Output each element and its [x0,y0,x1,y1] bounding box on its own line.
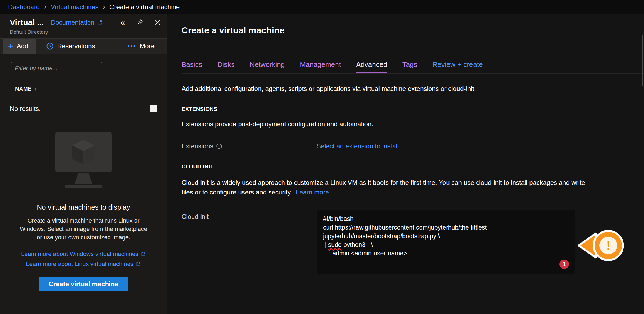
code-line-2: curl https://raw.githubusercontent.com/j… [323,223,569,232]
code-line-4-suffix: python3 - \ [342,241,373,248]
sort-icon: ↑↓ [34,86,37,92]
code-line-1: #!/bin/bash [323,214,569,223]
breadcrumb-separator: › [44,3,46,11]
create-virtual-machine-button[interactable]: Create virtual machine [39,277,128,291]
monitor-stand [75,173,92,184]
close-icon [155,19,161,26]
pin-button[interactable] [136,19,143,26]
panel-title: Virtual ... [10,18,44,27]
more-label: More [140,42,155,50]
row-checkbox[interactable] [150,105,157,112]
tab-disks[interactable]: Disks [217,60,235,73]
empty-state-description: Create a virtual machine that runs Linux… [19,216,147,241]
name-header-label: NAME [15,86,32,92]
tab-advanced[interactable]: Advanced [356,60,387,73]
code-line-4: | sudo python3 - \ [323,240,569,249]
learn-linux-link[interactable]: Learn more about Linux virtual machines [26,261,141,268]
name-column-header[interactable]: NAME ↑↓ [15,86,37,92]
tab-networking[interactable]: Networking [250,60,285,73]
cloud-init-field-row: Cloud init #!/bin/bash curl https://raw.… [182,210,644,274]
code-line-4-prefix: | [323,241,328,248]
breadcrumb-dashboard[interactable]: Dashboard [8,3,40,11]
learn-more-link[interactable]: Learn more [296,189,329,196]
tab-review-create[interactable]: Review + create [432,60,483,73]
extensions-field-label: Extensions [182,142,213,150]
empty-state: No virtual machines to display Create a … [0,117,167,291]
tab-bar: Basics Disks Networking Management Advan… [182,60,644,74]
cloud-init-section-title: CLOUD INIT [182,163,644,170]
scrollbar-thumb[interactable] [642,35,643,86]
breadcrumb-current: Create a virtual machine [109,3,180,11]
cloud-init-description: Cloud init is a widely used approach to … [182,178,587,197]
external-link-icon [136,262,141,267]
add-button[interactable]: + Add [3,39,36,54]
panel-toolbar: + Add Reservations ••• More [0,38,167,54]
breadcrumb-separator: › [103,3,105,11]
annotation-badge: 1 [559,260,569,269]
close-panel-button[interactable] [155,19,161,26]
more-button[interactable]: ••• More [128,42,155,50]
external-link-icon [141,252,146,257]
collapse-panel-button[interactable]: « [120,18,125,27]
vm-empty-illustration [55,132,112,188]
learn-linux-label: Learn more about Linux virtual machines [26,261,133,268]
pin-icon [136,19,143,26]
page-header: Create a virtual machine [167,14,644,47]
sudo-misspelled-word: sudo [328,241,342,248]
collapse-icon: « [120,18,125,27]
table-row: No results. [0,101,167,117]
code-line-5: --admin <admin-user-name> [323,249,569,258]
monitor-base [65,185,102,188]
reservations-button[interactable]: Reservations [46,42,95,50]
directory-label: Default Directory [10,29,161,35]
add-button-label: Add [17,42,28,50]
breadcrumb-virtual-machines[interactable]: Virtual machines [51,3,99,11]
page-title: Create a virtual machine [182,25,285,36]
tab-tags[interactable]: Tags [403,60,417,73]
no-results-label: No results. [10,105,41,112]
reservations-label: Reservations [57,42,95,50]
more-icon: ••• [128,43,136,50]
create-vm-pane: Create a virtual machine Basics Disks Ne… [167,14,644,314]
extensions-field-row: Extensions Select an extension to instal… [182,142,644,150]
plus-icon: + [8,41,14,50]
learn-windows-label: Learn more about Windows virtual machine… [21,251,138,258]
code-line-3: jupyterhub/master/bootstrap/bootstrap.py… [323,232,569,240]
monitor-icon [55,132,112,172]
virtual-machines-panel: Virtual ... Documentation « [0,14,167,314]
extensions-section-title: EXTENSIONS [182,106,644,112]
extensions-description: Extensions provide post-deployment confi… [182,120,644,128]
cloud-init-textarea[interactable]: #!/bin/bash curl https://raw.githubuserc… [317,210,575,274]
panel-header: Virtual ... Documentation « [0,14,167,35]
cloud-init-description-text: Cloud init is a widely used approach to … [182,179,585,196]
cloud-init-field-label: Cloud init [182,213,209,220]
select-extension-link[interactable]: Select an extension to install [317,142,399,150]
tab-management[interactable]: Management [300,60,341,73]
documentation-link-label: Documentation [51,19,94,26]
learn-windows-link[interactable]: Learn more about Windows virtual machine… [21,251,146,258]
empty-state-heading: No virtual machines to display [37,203,130,211]
clock-icon [46,42,54,50]
tab-basics[interactable]: Basics [182,60,202,73]
warning-callout-icon: ! [577,226,627,265]
external-link-icon [97,20,102,25]
svg-text:!: ! [606,238,610,252]
info-icon[interactable] [216,143,222,149]
cube-icon [71,138,96,166]
breadcrumb: Dashboard › Virtual machines › Create a … [0,0,644,14]
documentation-link[interactable]: Documentation [51,19,102,26]
advanced-intro-text: Add additional configuration, agents, sc… [182,85,644,93]
filter-by-name-input[interactable] [11,62,102,74]
